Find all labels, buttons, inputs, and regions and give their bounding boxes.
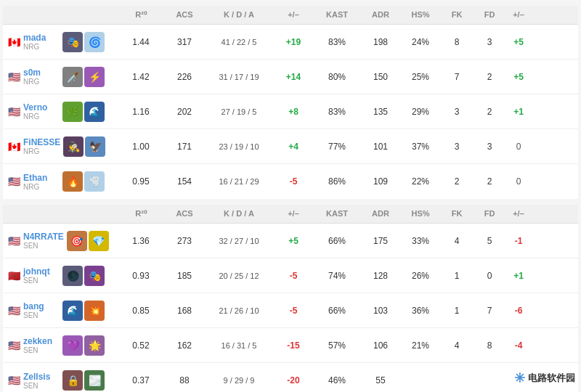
agent-icon: 🦅 xyxy=(85,136,105,157)
cell-fd: 3 xyxy=(475,140,504,153)
cell-fd: 2 xyxy=(475,175,504,188)
col-pm2-1: +/– xyxy=(504,9,533,21)
cell-kast: 66% xyxy=(315,234,359,248)
cell-kda: 16 / 31 / 5 xyxy=(206,340,272,351)
cell-pm2: 0 xyxy=(504,140,533,153)
cell-r20: 0.95 xyxy=(119,175,163,188)
col-fk-1: FK xyxy=(439,9,475,21)
cell-acs: 162 xyxy=(163,339,206,352)
player-name[interactable]: mada xyxy=(23,33,60,43)
table-row[interactable]: 🇺🇸 bang SEN 🌊💥 0.85 168 21 / 26 / 10 -5 … xyxy=(3,293,578,328)
player-name-team: N4RRATE SEN xyxy=(23,232,64,250)
player-name-team: bang SEN xyxy=(23,301,60,319)
player-name[interactable]: Zellsis xyxy=(23,372,60,382)
cell-kda: 32 / 27 / 10 xyxy=(206,235,272,247)
player-flag: 🇺🇸 xyxy=(7,107,20,116)
player-team: NRG xyxy=(23,147,60,155)
agent-icons: 🎭🌀 xyxy=(62,32,105,52)
col-acs-1: ACS xyxy=(163,9,206,21)
cell-fd: 8 xyxy=(475,339,504,352)
player-team: SEN xyxy=(23,382,60,390)
player-name[interactable]: N4RRATE xyxy=(23,232,64,242)
player-info: 🇨🇦 mada NRG 🎭🌀 xyxy=(3,29,119,55)
col-acs-2: ACS xyxy=(163,208,206,220)
player-name-team: Verno NRG xyxy=(23,102,60,121)
table-row[interactable]: 🇺🇸 s0m NRG 🗡️⚡ 1.42 226 31 / 17 / 19 +14… xyxy=(3,60,578,94)
agent-icon: 🌫️ xyxy=(84,370,105,391)
player-info: 🇺🇸 s0m NRG 🗡️⚡ xyxy=(3,64,119,90)
player-name[interactable]: FiNESSE xyxy=(23,137,60,147)
cell-plusminus: +19 xyxy=(272,36,315,49)
player-name[interactable]: bang xyxy=(23,301,60,311)
cell-fd xyxy=(475,379,504,382)
table-row[interactable]: 🇲🇦 johnqt SEN 🌑🎭 0.93 185 20 / 25 / 12 -… xyxy=(3,258,578,293)
col-pm-1: +/– xyxy=(272,9,315,21)
table-row[interactable]: 🇺🇸 N4RRATE SEN 🎯💎 1.36 273 32 / 27 / 10 … xyxy=(3,224,578,258)
cell-hs: 36% xyxy=(402,304,439,317)
col-kda-1: K / D / A xyxy=(206,9,272,21)
agent-icon: 🕵️ xyxy=(63,136,84,157)
player-name[interactable]: zekken xyxy=(23,336,60,346)
cell-r20: 1.16 xyxy=(119,105,163,118)
agent-icon: 🌊 xyxy=(84,102,105,122)
cell-plusminus: -5 xyxy=(272,304,315,317)
cell-acs: 317 xyxy=(163,36,206,49)
cell-r20: 0.85 xyxy=(119,304,163,317)
watermark-icon: ✳ xyxy=(514,370,525,386)
player-name-team: Zellsis SEN xyxy=(23,372,60,390)
col-r20-2: R²⁰ xyxy=(119,208,163,220)
nrg-players: 🇨🇦 mada NRG 🎭🌀 1.44 317 41 / 22 / 5 +19 … xyxy=(3,25,578,199)
cell-adr: 55 xyxy=(359,374,402,387)
cell-fk: 7 xyxy=(439,70,475,83)
table-row[interactable]: 🇺🇸 Ethan NRG 🔥🌪️ 0.95 154 16 / 21 / 29 -… xyxy=(3,164,578,199)
cell-hs: 29% xyxy=(402,105,439,118)
player-info: 🇨🇦 FiNESSE NRG 🕵️🦅 xyxy=(3,134,119,160)
cell-kda: 21 / 26 / 10 xyxy=(206,305,272,317)
cell-acs: 202 xyxy=(163,105,206,118)
table-row[interactable]: 🇺🇸 zekken SEN 💜🌟 0.52 162 16 / 31 / 5 -1… xyxy=(3,328,578,363)
table-row[interactable]: 🇨🇦 FiNESSE NRG 🕵️🦅 1.00 171 23 / 19 / 10… xyxy=(3,129,578,164)
agent-icon: 🎭 xyxy=(62,32,83,52)
table-row[interactable]: 🇺🇸 Verno NRG 🌿🌊 1.16 202 27 / 19 / 5 +8 … xyxy=(3,94,578,129)
agent-icons: 🔥🌪️ xyxy=(62,171,105,192)
cell-kast: 80% xyxy=(315,70,359,83)
player-name[interactable]: s0m xyxy=(23,68,60,78)
col-fd-2: FD xyxy=(475,208,504,220)
cell-pm2: +1 xyxy=(504,269,533,282)
cell-hs: 33% xyxy=(402,234,439,248)
player-name[interactable]: Verno xyxy=(23,102,60,113)
agent-icon: 🌟 xyxy=(84,335,105,356)
col-kast-1: KAST xyxy=(315,9,359,21)
player-name[interactable]: Ethan xyxy=(23,173,60,183)
player-name[interactable]: johnqt xyxy=(23,266,60,277)
cell-pm2: -6 xyxy=(504,304,533,317)
agent-icons: 🌿🌊 xyxy=(62,102,105,122)
player-name-team: s0m NRG xyxy=(23,68,60,86)
col-fk-2: FK xyxy=(439,208,475,220)
cell-kast: 57% xyxy=(315,339,359,352)
cell-kda: 41 / 22 / 5 xyxy=(206,36,272,48)
cell-pm2: +5 xyxy=(504,70,533,83)
cell-adr: 109 xyxy=(359,175,402,188)
cell-kast: 83% xyxy=(315,105,359,118)
agent-icons: 🎯💎 xyxy=(67,231,109,251)
player-flag: 🇺🇸 xyxy=(7,341,20,350)
cell-acs: 154 xyxy=(163,175,206,188)
cell-adr: 135 xyxy=(359,105,402,118)
cell-pm2: -1 xyxy=(504,234,533,248)
col-hs-1: HS% xyxy=(402,9,439,21)
player-flag: 🇲🇦 xyxy=(7,271,20,280)
team-sen-section: R²⁰ ACS K / D / A +/– KAST ADR HS% FK FD… xyxy=(3,205,578,392)
cell-acs: 273 xyxy=(163,234,206,248)
player-info: 🇺🇸 N4RRATE SEN 🎯💎 xyxy=(3,228,119,254)
cell-acs: 226 xyxy=(163,70,206,83)
player-name-team: johnqt SEN xyxy=(23,266,60,285)
table-row[interactable]: 🇨🇦 mada NRG 🎭🌀 1.44 317 41 / 22 / 5 +19 … xyxy=(3,25,578,60)
cell-acs: 88 xyxy=(163,374,206,387)
cell-hs xyxy=(402,379,439,382)
table-row[interactable]: 🇺🇸 Zellsis SEN 🔒🌫️ 0.37 88 9 / 29 / 9 -2… xyxy=(3,363,578,392)
cell-hs: 26% xyxy=(402,269,439,282)
cell-hs: 37% xyxy=(402,140,439,153)
cell-hs: 21% xyxy=(402,339,439,352)
cell-plusminus: -20 xyxy=(272,374,315,387)
